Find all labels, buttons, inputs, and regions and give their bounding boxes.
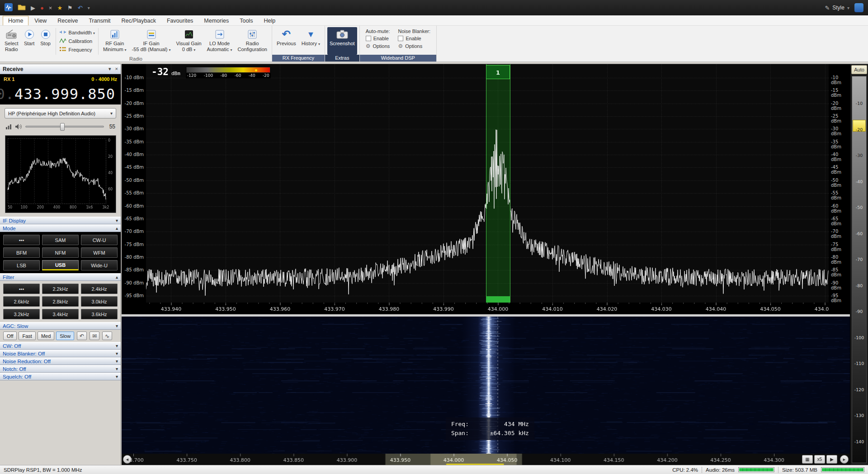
section-filter[interactable]: Filter ▴ xyxy=(0,273,121,281)
frequency-history-button[interactable]: ▼ History xyxy=(299,27,322,55)
receive-panel-header[interactable]: Receive ▾ × xyxy=(0,64,121,74)
mode-button-lsb[interactable]: LSB xyxy=(3,260,40,270)
volume-slider-thumb[interactable] xyxy=(60,123,65,131)
filter-button-dots[interactable]: ••• xyxy=(3,284,40,294)
level-scale-track[interactable]: -10-20-30-40-50-60-70-80-90-100-110-120-… xyxy=(852,76,867,463)
audio-level-bar xyxy=(738,467,774,472)
mode-button-nfm[interactable]: NFM xyxy=(42,247,79,258)
mode-button-cw-u[interactable]: CW-U xyxy=(81,235,118,245)
section-squelch[interactable]: Squelch: Off ▾ xyxy=(0,373,121,380)
auto-scale-button[interactable]: Auto xyxy=(851,65,867,74)
tab-home[interactable]: Home xyxy=(3,16,28,25)
stop-button[interactable]: Stop xyxy=(38,27,53,56)
spectrum-display[interactable] xyxy=(146,64,829,314)
tab-favourites[interactable]: Favourites xyxy=(162,16,198,25)
style-selector[interactable]: ✎ Style ▾ xyxy=(825,5,849,11)
noise-blanker-enable-checkbox[interactable]: Enable xyxy=(398,36,430,41)
rf-gain-button[interactable]: RF GainMinimum xyxy=(101,27,129,56)
panel-close-icon[interactable]: × xyxy=(115,66,118,72)
section-if-display[interactable]: IF Display ▾ xyxy=(0,217,121,224)
bandwidth-button[interactable]: Bandwidth xyxy=(59,28,95,37)
speaker-icon[interactable] xyxy=(15,123,22,130)
volume-slider[interactable] xyxy=(25,126,104,128)
if-gain-icon xyxy=(146,28,157,40)
axis-label-dbm: -30 dBm xyxy=(831,126,850,136)
scroll-left-button[interactable]: ◄ xyxy=(123,455,132,464)
auto-mute-enable-checkbox[interactable]: Enable xyxy=(366,36,390,41)
radio-configuration-button[interactable]: RadioConfiguration xyxy=(236,27,269,56)
envelope-icon[interactable]: ✉ xyxy=(90,332,99,340)
mode-button-sam[interactable]: SAM xyxy=(42,235,79,245)
start-button[interactable]: Start xyxy=(22,27,37,56)
agc-button-slow[interactable]: Slow xyxy=(56,332,74,340)
filter-button-3-2khz[interactable]: 3.2kHz xyxy=(3,309,40,319)
chevron-up-icon: ▴ xyxy=(116,275,118,280)
agc-button-fast[interactable]: Fast xyxy=(19,332,35,340)
tab-receive[interactable]: Receive xyxy=(52,16,83,25)
levels-icon[interactable] xyxy=(5,124,12,130)
section-mode[interactable]: Mode ▴ xyxy=(0,224,121,232)
spectrum-right-axis: -10 dBm-15 dBm-20 dBm-25 dBm-30 dBm-35 d… xyxy=(829,64,850,303)
undo-icon[interactable]: ↶ xyxy=(78,5,83,11)
mode-button-usb[interactable]: USB xyxy=(42,260,79,270)
group-label-rx-frequency: RX Frequency xyxy=(272,55,325,62)
agc-button-off[interactable]: Off xyxy=(3,332,17,340)
level-scale-label: -50 xyxy=(852,205,866,210)
scroll-right-button[interactable]: ► xyxy=(840,455,849,464)
step-right-button[interactable]: ▶ xyxy=(826,455,837,464)
mode-button-wide-u[interactable]: Wide-U xyxy=(81,260,118,270)
zoom-button[interactable]: x5 xyxy=(814,455,825,464)
if-gain-button[interactable]: IF Gain-55 dB (Manual) xyxy=(130,27,173,56)
open-folder-icon[interactable] xyxy=(18,4,26,12)
filter-button-2-2khz[interactable]: 2.2kHz xyxy=(42,284,79,294)
section-noise-reduction[interactable]: Noise Reduction: Off ▾ xyxy=(0,357,121,365)
filter-button-2-4khz[interactable]: 2.4kHz xyxy=(81,284,118,294)
filter-button-2-8khz[interactable]: 2.8kHz xyxy=(42,296,79,307)
section-noise-blanker[interactable]: Noise Blanker: Off ▾ xyxy=(0,350,121,357)
lo-mode-button[interactable]: LO ModeAutomatic xyxy=(205,27,235,56)
app-badge-icon[interactable] xyxy=(854,3,863,12)
axis-label-dbm: -10 dBm xyxy=(125,75,144,80)
select-radio-button[interactable]: SelectRadio xyxy=(2,27,21,56)
previous-frequency-button[interactable]: ↶ Previous xyxy=(274,27,298,55)
spectrum-panel: -10 dBm-15 dBm-20 dBm-25 dBm-30 dBm-35 d… xyxy=(122,64,850,314)
sine-icon[interactable]: ∿ xyxy=(102,332,112,340)
axis-label-dbm: -20 dBm xyxy=(125,101,144,106)
close-session-icon[interactable]: × xyxy=(49,5,52,11)
audio-device-select[interactable]: HP (Périphérique High Definition Audio) … xyxy=(5,108,116,118)
level-scale-label: -10 xyxy=(852,101,866,106)
mode-button-bfm[interactable]: BFM xyxy=(3,247,40,258)
filter-button-3-4khz[interactable]: 3.4kHz xyxy=(42,309,79,319)
favourite-star-icon[interactable]: ★ xyxy=(57,5,62,11)
filter-button-2-6khz[interactable]: 2.6kHz xyxy=(3,296,40,307)
tab-memories[interactable]: Memories xyxy=(199,16,234,25)
section-agc[interactable]: AGC: Slow ▾ xyxy=(0,322,121,330)
undo-icon[interactable]: ↶ xyxy=(77,332,87,340)
screenshot-button[interactable]: Screenshot xyxy=(327,27,357,55)
frequency-button[interactable]: Frequency xyxy=(59,45,95,54)
calibration-button[interactable]: Calibration xyxy=(59,37,95,45)
auto-mute-options-button[interactable]: ⚙ Options xyxy=(366,43,390,49)
chevron-down-icon: ▾ xyxy=(116,323,118,328)
mode-button-wfm[interactable]: WFM xyxy=(81,247,118,258)
agc-button-med[interactable]: Med xyxy=(38,332,54,340)
flag-icon[interactable]: ⚑ xyxy=(67,5,73,11)
tab-rec-playback[interactable]: Rec/Playback xyxy=(117,16,161,25)
play-icon[interactable]: ▶ xyxy=(31,5,35,11)
section-notch[interactable]: Notch: Off ▾ xyxy=(0,365,121,373)
record-icon[interactable]: ● xyxy=(40,5,44,11)
tab-view[interactable]: View xyxy=(29,16,52,25)
mode-button-dots[interactable]: ••• xyxy=(3,235,40,245)
waterfall-grid-button[interactable]: ▦ xyxy=(802,455,813,464)
panel-collapse-icon[interactable]: ▾ xyxy=(108,66,111,72)
filter-button-3-0khz[interactable]: 3.0kHz xyxy=(81,296,118,307)
tab-transmit[interactable]: Transmit xyxy=(84,16,115,25)
tab-tools[interactable]: Tools xyxy=(235,16,258,25)
section-cw[interactable]: CW: Off ▾ xyxy=(0,342,121,350)
quick-access-chevron-icon[interactable]: ▾ xyxy=(88,5,90,10)
visual-gain-button[interactable]: Visual Gain0 dB xyxy=(174,27,204,56)
tab-help[interactable]: Help xyxy=(259,16,280,25)
noise-blanker-options-button[interactable]: ⚙ Options xyxy=(398,43,430,49)
filter-button-3-6khz[interactable]: 3.6kHz xyxy=(81,309,118,319)
frequency-display[interactable]: 0.433.999.850 xyxy=(0,84,121,104)
